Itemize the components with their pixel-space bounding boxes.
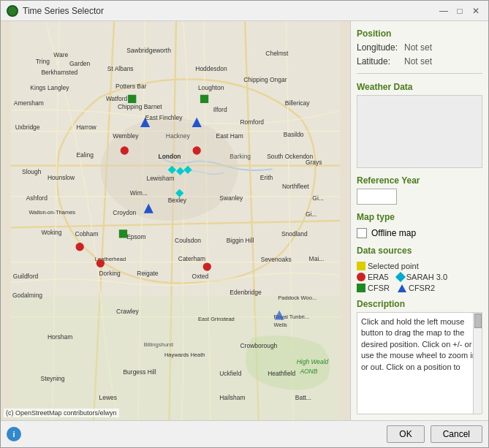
svg-text:Uckfield: Uckfield [219, 370, 241, 377]
svg-text:Ilford: Ilford [213, 106, 227, 113]
longitude-row: Longitude: Not set [357, 42, 482, 53]
svg-rect-103 [200, 95, 208, 103]
close-button[interactable]: ✕ [469, 4, 482, 18]
sarah-label: SARAH 3.0 [406, 273, 447, 281]
svg-text:Gi...: Gi... [312, 194, 324, 202]
map-container[interactable]: Ware Sawbridgeworth Garden Chelmst Tring… [1, 21, 350, 420]
ref-year-input[interactable] [357, 189, 397, 205]
svg-text:AONB: AONB [299, 368, 317, 375]
ref-year-header: Reference Year [357, 175, 482, 186]
svg-text:Chelmst: Chelmst [265, 50, 289, 57]
svg-text:Lewisham: Lewisham [146, 175, 174, 182]
svg-point-101 [203, 262, 211, 270]
svg-text:Crowborough: Crowborough [240, 342, 277, 349]
svg-text:Steyning: Steyning [40, 375, 64, 382]
longitude-label: Longitude: [357, 42, 404, 53]
scrollbar-thumb[interactable] [474, 314, 482, 328]
svg-text:Northfleet: Northfleet [282, 183, 309, 190]
weather-data-area [357, 95, 482, 168]
svg-text:East Finchley: East Finchley [145, 114, 183, 121]
svg-text:Reigate: Reigate [137, 270, 158, 277]
description-text: Click and hold the left mouse button to … [361, 317, 477, 371]
offline-map-row: Offline map [357, 228, 482, 238]
cfsr-icon [357, 284, 365, 292]
svg-text:Hoddesdon: Hoddesdon [195, 65, 227, 72]
svg-text:Cobham: Cobham [75, 230, 99, 238]
svg-text:Sevenoaks: Sevenoaks [261, 256, 292, 263]
svg-point-98 [193, 146, 201, 154]
svg-text:Guildford: Guildford [13, 273, 39, 280]
legend-sarah: SARAH 3.0 [397, 273, 447, 281]
weather-data-header: Weather Data [357, 82, 482, 92]
svg-text:Wembley: Wembley [113, 132, 139, 140]
selected-point-icon [357, 262, 365, 270]
svg-text:Biggin Hill: Biggin Hill [227, 237, 254, 244]
svg-text:Batt...: Batt... [295, 394, 311, 401]
offline-map-checkbox[interactable] [357, 228, 367, 238]
svg-text:Crawley: Crawley [116, 308, 139, 315]
svg-text:Chipping Barnet: Chipping Barnet [118, 103, 162, 110]
svg-text:Grays: Grays [306, 159, 322, 166]
description-scrollbar[interactable] [473, 313, 482, 414]
legend-cfsr2: CFSR2 [398, 284, 435, 292]
era5-label: ERA5 [368, 273, 389, 281]
legend-selected-point: Selected point [357, 262, 419, 270]
svg-text:Swanley: Swanley [219, 194, 243, 202]
legend-area: Selected point ERA5 SARAH 3.0 [357, 262, 482, 295]
svg-text:Snodland: Snodland [281, 230, 308, 238]
svg-text:Slough: Slough [22, 168, 42, 175]
svg-text:Amersham: Amersham [14, 99, 44, 107]
minimize-button[interactable]: — [437, 4, 450, 18]
svg-text:Billericay: Billericay [285, 99, 311, 107]
svg-text:Romford: Romford [240, 118, 264, 126]
maximize-button[interactable]: □ [453, 4, 466, 18]
svg-text:Burgess Hill: Burgess Hill [123, 368, 156, 376]
svg-text:Hailsham: Hailsham [219, 394, 245, 401]
svg-text:Sawbridgeworth: Sawbridgeworth [126, 47, 171, 54]
sarah-icon [395, 272, 406, 282]
cancel-button[interactable]: Cancel [431, 425, 482, 443]
svg-text:Potters Bar: Potters Bar [115, 83, 147, 90]
svg-text:Paddock Woo...: Paddock Woo... [278, 295, 316, 301]
legend-row-3: CFSR CFSR2 [357, 284, 482, 292]
svg-text:Barking: Barking [230, 153, 251, 160]
bottom-bar: i OK Cancel [1, 420, 488, 447]
svg-text:Wim...: Wim... [130, 189, 148, 197]
ref-year-container [357, 189, 482, 205]
svg-rect-102 [128, 95, 136, 103]
svg-text:Haywards Heath: Haywards Heath [164, 352, 205, 358]
sidebar: Position Longitude: Not set Latitude: No… [350, 21, 488, 420]
map-type-header: Map type [357, 212, 482, 222]
svg-text:Caterham: Caterham [178, 255, 205, 262]
legend-row-1: Selected point [357, 262, 482, 270]
svg-text:Dorking: Dorking [99, 270, 121, 277]
svg-text:Billingshurst: Billingshurst [144, 341, 174, 348]
cfsr2-icon [398, 284, 406, 292]
map-credit: (c) OpenStreetMap contributors/elwyn [4, 409, 119, 417]
description-header: Description [357, 299, 482, 309]
svg-text:Watford: Watford [106, 95, 128, 102]
data-sources-header: Data sources [357, 246, 482, 256]
svg-text:Croydon: Croydon [113, 209, 136, 216]
svg-text:Woking: Woking [41, 229, 61, 236]
svg-text:Berkhamsted: Berkhamsted [41, 69, 77, 76]
svg-text:Hounslow: Hounslow [48, 174, 75, 181]
svg-text:Heathfield: Heathfield [268, 370, 295, 377]
svg-text:Kings Langley: Kings Langley [30, 84, 69, 91]
svg-text:Garden: Garden [69, 60, 91, 67]
title-bar: Time Series Selector — □ ✕ [1, 1, 488, 21]
cfsr-label: CFSR [368, 284, 390, 292]
latitude-label: Latitude: [357, 56, 404, 67]
svg-text:Edenbridge: Edenbridge [230, 289, 262, 296]
svg-text:Gi...: Gi... [306, 210, 317, 218]
svg-text:St Albans: St Albans [107, 65, 134, 72]
svg-text:Hackney: Hackney [166, 132, 191, 140]
svg-text:Erith: Erith [260, 174, 273, 181]
info-button[interactable]: i [7, 427, 21, 441]
svg-text:Walton-on-Thames: Walton-on-Thames [29, 209, 75, 216]
svg-text:Basildo: Basildo [284, 131, 304, 138]
svg-text:Wells: Wells [274, 322, 287, 328]
ok-button[interactable]: OK [387, 425, 424, 443]
svg-point-99 [76, 243, 84, 251]
latitude-row: Latitude: Not set [357, 56, 482, 67]
